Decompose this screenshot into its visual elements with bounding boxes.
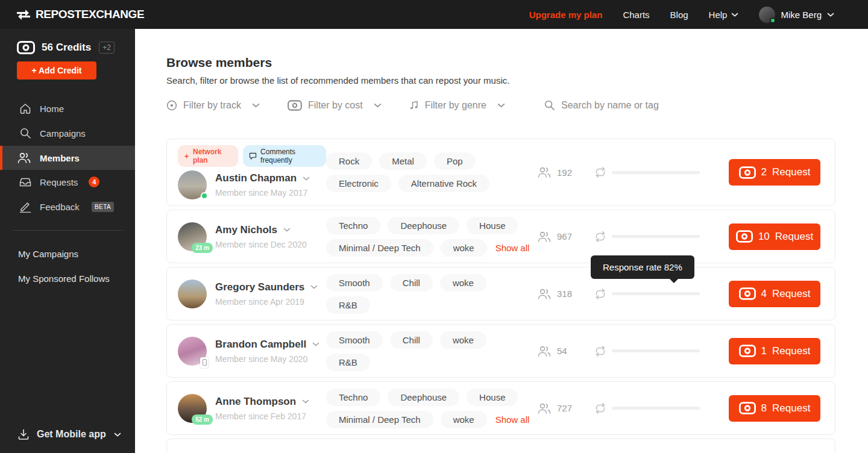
sidebar-item-requests[interactable]: Requests 4 <box>0 170 135 194</box>
chevron-down-icon <box>114 433 121 437</box>
sidebar-item-label: Campaigns <box>40 128 86 139</box>
sidebar: 56 Credits +2 + Add Credit Home Campaign… <box>0 29 135 453</box>
sidebar-item-campaigns[interactable]: Campaigns <box>0 120 135 146</box>
member-avatar[interactable]: 23 m <box>178 222 207 251</box>
topbar: REPOSTEXCHANGE Upgrade my plan Charts Bl… <box>0 0 868 29</box>
credit-icon <box>739 402 756 414</box>
show-all-link[interactable]: Show all <box>494 239 531 257</box>
member-name-dropdown[interactable]: Gregory Saunders <box>215 281 318 293</box>
credits-count: 56 Credits <box>42 42 91 54</box>
chevron-down-icon <box>310 285 318 289</box>
genre-tag: Techno <box>326 389 380 406</box>
response-rate <box>594 346 702 357</box>
filter-label: Filter by track <box>183 100 241 111</box>
charts-link[interactable]: Charts <box>623 10 649 20</box>
music-note-icon <box>409 100 419 110</box>
members-icon <box>17 152 31 163</box>
online-status-dot <box>770 17 776 23</box>
genre-tags: Rock Metal Pop Electronic Alternative Ro… <box>326 152 534 192</box>
user-avatar <box>759 7 775 23</box>
comments-frequently-badge: Comments frequently <box>243 145 326 167</box>
followers-icon <box>537 167 552 178</box>
badge-label: Comments frequently <box>260 148 320 164</box>
member-name-dropdown[interactable]: Amy Nichols <box>215 224 307 236</box>
genre-tag: Deephouse <box>388 389 459 406</box>
filter-by-cost[interactable]: Filter by cost <box>288 100 382 111</box>
member-avatar[interactable]: 52 m <box>178 394 207 423</box>
sidebar-item-label: Requests <box>40 177 78 187</box>
download-icon <box>18 429 29 440</box>
upgrade-plan-link[interactable]: Upgrade my plan <box>529 10 603 20</box>
request-button[interactable]: 4 Request <box>729 281 820 307</box>
sidebar-link-my-sponsored-follows[interactable]: My Sponsored Follows <box>0 266 135 291</box>
request-button[interactable]: 1 Request <box>729 338 820 364</box>
sidebar-item-members[interactable]: Members <box>0 146 135 170</box>
member-name-dropdown[interactable]: Anne Thompson <box>215 396 309 408</box>
sidebar-item-home[interactable]: Home <box>0 96 135 120</box>
response-rate-tooltip: Response rate 82% <box>591 255 694 279</box>
member-since: Member since May 2020 <box>215 354 319 364</box>
followers-value: 318 <box>557 289 572 299</box>
request-cost: 1 <box>761 345 767 357</box>
chevron-down-icon <box>283 228 291 232</box>
followers-value: 54 <box>557 346 567 356</box>
listen-time-badge: 23 m <box>192 243 213 253</box>
member-name: Gregory Saunders <box>215 281 304 293</box>
filter-by-genre[interactable]: Filter by genre <box>409 100 505 111</box>
badge-label: Network plan <box>193 148 232 164</box>
repostexchange-logo[interactable]: REPOSTEXCHANGE <box>0 8 135 21</box>
request-cost: 10 <box>758 231 770 243</box>
user-menu[interactable]: Mike Berg <box>759 7 834 23</box>
response-rate-bar <box>612 407 700 410</box>
get-mobile-app[interactable]: Get Mobile app <box>0 429 135 440</box>
request-button[interactable]: 2 Request <box>729 159 820 186</box>
chevron-down-icon <box>303 177 310 181</box>
user-name: Mike Berg <box>781 10 822 20</box>
credit-icon <box>17 41 35 54</box>
credit-icon <box>739 166 756 179</box>
request-button[interactable]: 8 Request <box>729 395 820 422</box>
genre-tag: House <box>467 217 518 234</box>
genre-tag: woke <box>440 331 486 349</box>
genre-tag: Rock <box>326 152 372 170</box>
filters-bar: Filter by track Filter by cost Filter by <box>166 99 835 111</box>
genre-tag: Metal <box>379 152 427 170</box>
chevron-down-icon <box>312 342 319 346</box>
filter-by-track[interactable]: Filter by track <box>166 100 260 111</box>
followers-icon <box>537 231 552 242</box>
followers-count: 727 <box>537 403 594 414</box>
member-card: Response rate 82% Gregory Saunders Membe… <box>166 267 835 320</box>
chevron-down-icon <box>374 103 382 108</box>
logo-text: REPOSTEXCHANGE <box>36 8 144 21</box>
blog-link[interactable]: Blog <box>670 10 688 20</box>
sidebar-divider <box>12 230 123 231</box>
genre-tag: Minimal / Deep Tech <box>326 411 433 428</box>
add-credit-button[interactable]: + Add Credit <box>17 61 96 80</box>
member-name-dropdown[interactable]: Brandon Campbell <box>215 339 319 351</box>
help-menu[interactable]: Help <box>709 10 739 20</box>
member-name-dropdown[interactable]: Austin Chapman <box>215 172 310 184</box>
search-icon <box>19 127 31 139</box>
genre-tag: R&B <box>326 296 370 314</box>
search-box <box>544 99 700 111</box>
response-rate <box>594 167 702 178</box>
search-input[interactable] <box>561 100 700 111</box>
credit-icon <box>739 287 756 300</box>
member-since: Member since May 2017 <box>215 188 310 198</box>
sidebar-link-my-campaigns[interactable]: My Campaigns <box>0 242 135 266</box>
genre-tag: Alternative Rock <box>398 175 489 192</box>
requests-count-badge: 4 <box>89 177 99 187</box>
chevron-down-icon <box>731 13 738 17</box>
genre-tag: Techno <box>326 217 380 234</box>
member-avatar[interactable] <box>178 280 207 308</box>
member-avatar[interactable] <box>178 170 207 199</box>
online-status-dot <box>201 192 208 199</box>
credits-extra-badge: +2 <box>99 42 115 54</box>
followers-value: 727 <box>557 403 572 413</box>
request-button[interactable]: 10 Request <box>729 223 820 250</box>
genre-tags: Techno Deephouse House Minimal / Deep Te… <box>326 217 534 257</box>
sidebar-item-feedback[interactable]: Feedback BETA <box>0 194 135 219</box>
credits-display: 56 Credits +2 <box>0 41 135 54</box>
member-avatar[interactable] <box>178 337 207 366</box>
show-all-link[interactable]: Show all <box>494 411 531 428</box>
